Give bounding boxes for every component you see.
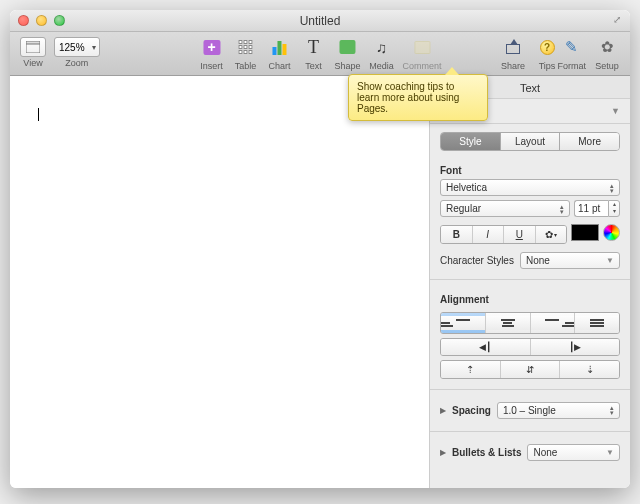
font-size-value: 11 pt (574, 200, 608, 217)
text-options-button[interactable]: ✿ (536, 226, 567, 243)
alignment-heading: Alignment (440, 290, 620, 308)
view-label: View (23, 58, 42, 68)
share-label: Share (501, 61, 525, 71)
font-weight-value: Regular (446, 203, 481, 214)
align-left-button[interactable] (441, 313, 486, 333)
spacing-value: 1.0 – Single (503, 405, 556, 416)
format-button[interactable]: ✎ Format (553, 34, 590, 71)
view-icon (26, 41, 40, 53)
insert-button[interactable]: + Insert (194, 34, 228, 71)
table-label: Table (235, 61, 257, 71)
align-left-icon (441, 316, 485, 330)
table-icon (238, 40, 252, 54)
view-button[interactable] (20, 37, 46, 57)
text-cursor (38, 108, 39, 121)
shape-label: Shape (334, 61, 360, 71)
italic-button[interactable]: I (473, 226, 505, 243)
stepper-arrows-icon: ▴▾ (610, 183, 614, 193)
shape-button[interactable]: Shape (330, 34, 364, 71)
bullets-value: None (533, 447, 557, 458)
step-down-icon[interactable]: ▾ (609, 208, 619, 215)
text-icon: T (308, 37, 319, 58)
app-window: Untitled ⤢ View 125% Zoom + Insert Table (10, 10, 630, 488)
minimize-window-button[interactable] (36, 15, 47, 26)
zoom-label: Zoom (65, 58, 88, 68)
align-center-icon (486, 316, 530, 330)
align-justify-icon (575, 316, 619, 330)
comment-label: Comment (403, 61, 442, 71)
setup-button[interactable]: ✿ Setup (590, 34, 624, 71)
step-up-icon[interactable]: ▴ (609, 201, 619, 208)
chevron-down-icon: ▼ (606, 448, 614, 457)
gear-small-icon: ✿ (545, 229, 553, 240)
character-styles-value: None (526, 255, 550, 266)
text-color-swatch[interactable] (571, 224, 599, 241)
text-button[interactable]: T Text (296, 34, 330, 71)
insert-label: Insert (200, 61, 223, 71)
valign-middle-button[interactable]: ⇵ (501, 361, 561, 378)
comment-icon (414, 41, 430, 54)
indent-icon: ┃▶ (569, 342, 581, 352)
inspector-tabs: Style Layout More (440, 132, 620, 151)
document-canvas[interactable] (10, 76, 430, 488)
align-justify-button[interactable] (575, 313, 619, 333)
media-button[interactable]: ♫ Media (365, 34, 399, 71)
spacing-label: Spacing (452, 405, 491, 416)
indent-button[interactable]: ┃▶ (531, 339, 620, 355)
toolbar: View 125% Zoom + Insert Table Chart T Te… (10, 32, 630, 76)
inspector-panel: Text Body ▼ Style Layout More Font Helve… (430, 76, 630, 488)
character-styles-select[interactable]: None ▼ (520, 252, 620, 269)
tips-tooltip: Show coaching tips to learn more about u… (348, 74, 488, 121)
text-label: Text (305, 61, 322, 71)
shape-icon (339, 40, 355, 54)
share-button[interactable]: Share (496, 34, 530, 71)
valign-top-button[interactable]: ⇡ (441, 361, 501, 378)
outdent-icon: ◀┃ (479, 342, 491, 352)
comment-button: Comment (399, 34, 446, 71)
font-size-stepper[interactable]: 11 pt ▴▾ (574, 200, 620, 217)
align-right-button[interactable] (531, 313, 576, 333)
underline-button[interactable]: U (504, 226, 536, 243)
brush-icon: ✎ (565, 38, 578, 56)
bullets-select[interactable]: None ▼ (527, 444, 620, 461)
media-icon: ♫ (376, 39, 387, 56)
chart-icon (272, 39, 286, 55)
tips-icon: ? (540, 40, 555, 55)
table-button[interactable]: Table (228, 34, 262, 71)
stepper-arrows-icon: ▴▾ (610, 405, 614, 415)
media-label: Media (369, 61, 394, 71)
color-wheel-button[interactable] (603, 224, 620, 241)
font-heading: Font (440, 161, 620, 179)
svg-rect-1 (26, 41, 40, 44)
window-title: Untitled (10, 14, 630, 28)
disclosure-triangle-icon[interactable]: ▶ (440, 448, 446, 457)
outdent-button[interactable]: ◀┃ (441, 339, 531, 355)
zoom-value: 125% (59, 42, 85, 53)
titlebar: Untitled ⤢ (10, 10, 630, 32)
align-center-button[interactable] (486, 313, 531, 333)
share-icon (506, 44, 520, 54)
setup-label: Setup (595, 61, 619, 71)
bold-button[interactable]: B (441, 226, 473, 243)
valign-middle-icon: ⇵ (526, 364, 534, 375)
valign-top-icon: ⇡ (466, 364, 474, 375)
align-right-icon (531, 316, 575, 330)
stepper-arrows-icon: ▴▾ (560, 204, 564, 214)
tab-layout[interactable]: Layout (501, 133, 561, 150)
font-family-select[interactable]: Helvetica ▴▾ (440, 179, 620, 196)
disclosure-triangle-icon[interactable]: ▶ (440, 406, 446, 415)
format-label: Format (557, 61, 586, 71)
fullscreen-button[interactable]: ⤢ (610, 14, 624, 28)
chart-button[interactable]: Chart (262, 34, 296, 71)
tab-style[interactable]: Style (441, 133, 501, 150)
zoom-window-button[interactable] (54, 15, 65, 26)
close-window-button[interactable] (18, 15, 29, 26)
font-family-value: Helvetica (446, 182, 487, 193)
zoom-select[interactable]: 125% (54, 37, 100, 57)
valign-bottom-button[interactable]: ⇣ (560, 361, 619, 378)
font-weight-select[interactable]: Regular ▴▾ (440, 200, 570, 217)
tab-more[interactable]: More (560, 133, 619, 150)
chevron-down-icon: ▼ (611, 106, 620, 116)
spacing-select[interactable]: 1.0 – Single ▴▾ (497, 402, 620, 419)
valign-bottom-icon: ⇣ (586, 364, 594, 375)
